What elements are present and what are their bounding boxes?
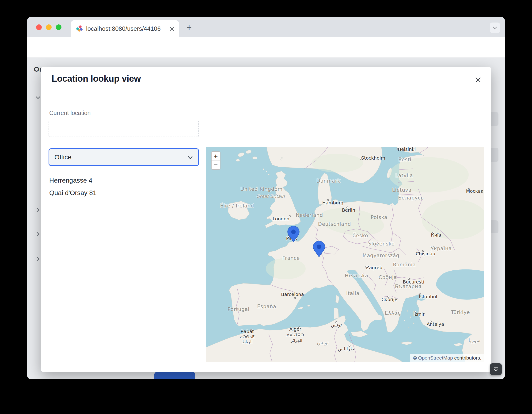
- map-label: Alger: [289, 327, 301, 332]
- location-type-value: Office: [54, 149, 72, 165]
- map-label: Antalya: [427, 322, 444, 327]
- island: [280, 160, 281, 161]
- map-label: الرباط: [242, 340, 253, 344]
- map-label: Lietuva: [392, 187, 412, 193]
- map-label: United Kingdom: [240, 186, 283, 192]
- map-label: România: [393, 262, 416, 268]
- map-view[interactable]: United KingdomGreat BritainÉire / Irelan…: [206, 147, 484, 362]
- map-label: Москва: [466, 188, 484, 194]
- map-label: Éire / Ireland: [220, 203, 254, 209]
- island-sardinia: [334, 308, 339, 319]
- map-label: تونس: [331, 322, 342, 328]
- map-label: Hamburg: [322, 200, 343, 206]
- map-label: Скопје: [381, 297, 397, 302]
- location-lookup-dialog: Location lookup view Current location Of…: [41, 67, 491, 372]
- map-label: Latvija: [395, 173, 413, 178]
- map-label: Chișinău: [416, 251, 435, 257]
- map-label: Беларусь: [398, 195, 424, 201]
- dev-tools-button[interactable]: [490, 363, 502, 375]
- island: [266, 171, 267, 172]
- map-label: ⴷⵣⴰⵢⴻⵔ: [287, 333, 304, 337]
- tab-title: localhost:8080/users/441069: [86, 20, 161, 37]
- island: [413, 323, 415, 324]
- background-primary-button: [154, 372, 195, 379]
- map-label: Србија: [379, 275, 397, 280]
- current-location-field[interactable]: [48, 121, 199, 137]
- map-label: Portugal: [228, 307, 249, 312]
- zoom-out-button[interactable]: −: [212, 161, 220, 169]
- app-favicon-icon: [76, 25, 83, 32]
- island: [307, 305, 310, 307]
- dialog-title: Location lookup view: [52, 74, 141, 84]
- island: [282, 157, 283, 159]
- map-label: طرابلس: [338, 346, 354, 352]
- page-content: Or Location lookup view: [27, 58, 505, 379]
- browser-tab[interactable]: localhost:8080/users/441069: [71, 20, 179, 37]
- map-label: Magyarország: [362, 253, 399, 258]
- terrain-tint: [312, 154, 363, 173]
- close-window-button[interactable]: [36, 24, 42, 30]
- tab-search-button[interactable]: [490, 22, 500, 33]
- map-label: سوريا: [469, 338, 481, 343]
- chevron-down-icon: [492, 25, 498, 30]
- close-icon: [474, 76, 482, 84]
- attribution-prefix: ©: [413, 355, 418, 360]
- map-label: Hrvatska: [345, 273, 368, 279]
- address-item[interactable]: Quai d'Orsay 81: [49, 187, 96, 199]
- map-label: Zagreb: [366, 265, 382, 270]
- island: [410, 317, 411, 318]
- island: [268, 174, 269, 175]
- map-label: France: [282, 255, 300, 261]
- map-label: Eesti: [398, 157, 411, 163]
- map-label: Helsinki: [398, 147, 416, 152]
- map-label: İzmir: [413, 311, 425, 317]
- map-label: Italia: [346, 290, 360, 296]
- browser-toolbar: localhost:8080/users/44106990-7430-e590-…: [27, 37, 505, 58]
- map-label: Slovensko: [368, 241, 395, 247]
- map-label: ⴰⵔⴱⴰⵟ: [240, 334, 255, 339]
- zoom-in-button[interactable]: +: [212, 152, 220, 161]
- map-label: Türkiye: [451, 309, 470, 315]
- address-item[interactable]: Herrengasse 4: [49, 174, 96, 187]
- map-label: Rabat: [240, 329, 254, 334]
- island: [263, 169, 264, 170]
- map-label: București: [403, 279, 424, 285]
- island: [407, 310, 408, 312]
- map-label: الجزائر: [290, 338, 302, 343]
- address-list: Herrengasse 4 Quai d'Orsay 81: [49, 174, 96, 199]
- island: [404, 320, 405, 321]
- map-label: Berlin: [342, 207, 355, 213]
- minimize-window-button[interactable]: [46, 24, 52, 30]
- map-label: Київ: [431, 232, 441, 238]
- map-label: London: [273, 216, 289, 221]
- map-label: تونس: [317, 340, 328, 346]
- map-label: Nederland: [296, 212, 323, 218]
- map-attribution: © OpenStreetMap contributors.: [410, 354, 484, 362]
- map-label: Česko: [352, 232, 368, 239]
- dev-tools-icon: [493, 366, 499, 373]
- chevron-down-icon: [187, 154, 193, 161]
- dialog-close-button[interactable]: [473, 75, 483, 85]
- new-tab-button[interactable]: +: [184, 22, 194, 33]
- island: [236, 159, 240, 162]
- fullscreen-window-button[interactable]: [56, 24, 61, 30]
- browser-window: localhost:8080/users/441069 +: [27, 17, 505, 379]
- attribution-link[interactable]: OpenStreetMap: [418, 355, 453, 360]
- tab-close-icon[interactable]: [168, 25, 175, 32]
- map-label: İstanbul: [419, 294, 437, 299]
- map-canvas[interactable]: United KingdomGreat BritainÉire / Irelan…: [206, 147, 484, 362]
- map-label: Great Britain: [256, 194, 285, 199]
- tab-strip: localhost:8080/users/441069 +: [27, 17, 505, 37]
- map-zoom-control: + −: [211, 151, 220, 170]
- map-label: Ελλάς: [385, 310, 401, 316]
- map-label: España: [257, 304, 276, 309]
- screen: localhost:8080/users/441069 +: [0, 0, 532, 414]
- terrain-tint: [266, 258, 306, 279]
- map-label: Barcelona: [281, 292, 304, 297]
- attribution-suffix: contributors.: [453, 355, 481, 360]
- map-label: Danmark: [316, 178, 340, 184]
- location-type-select[interactable]: Office: [48, 148, 199, 166]
- map-label: Stockholm: [361, 155, 385, 161]
- island: [408, 327, 408, 328]
- current-location-label: Current location: [49, 110, 91, 116]
